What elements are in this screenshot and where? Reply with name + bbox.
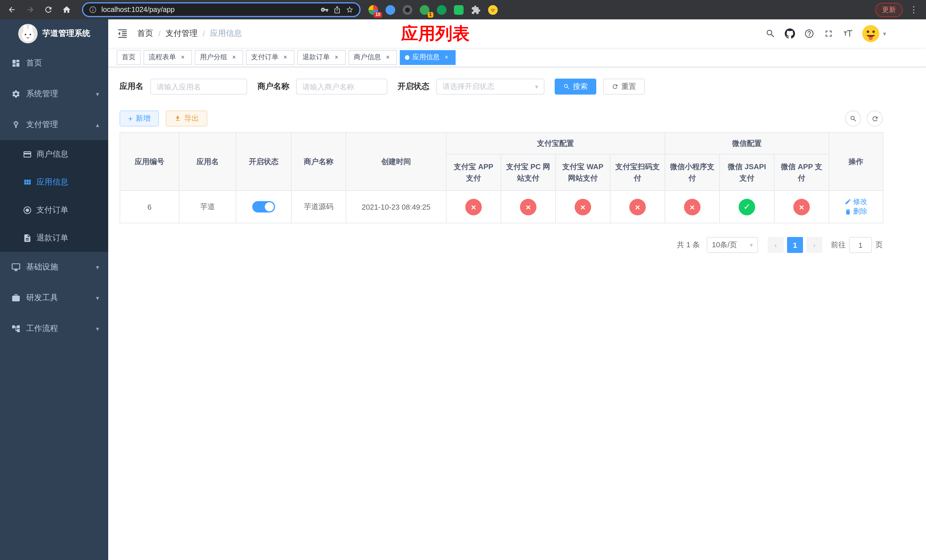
delete-button[interactable]: 删除 <box>844 207 867 216</box>
extension-icon[interactable] <box>437 5 446 15</box>
refresh-table-button[interactable] <box>867 110 883 127</box>
search-button[interactable]: 搜索 <box>555 79 596 95</box>
status-label: 开启状态 <box>398 82 430 92</box>
close-icon[interactable]: × <box>333 53 340 61</box>
tab-pay-order[interactable]: 支付订单 × <box>246 50 294 65</box>
breadcrumb-home[interactable]: 首页 <box>137 29 153 39</box>
breadcrumb-section[interactable]: 支付管理 <box>166 29 198 39</box>
site-info-icon[interactable] <box>89 6 97 14</box>
breadcrumb-current: 应用信息 <box>210 29 242 39</box>
next-page-button[interactable]: › <box>806 237 822 253</box>
fullscreen-icon[interactable] <box>824 29 834 39</box>
sidebar-item-dev-tools[interactable]: 研发工具 ▾ <box>0 283 108 313</box>
goto-page-input[interactable] <box>849 237 872 253</box>
help-icon[interactable] <box>804 29 815 39</box>
browser-update-button[interactable]: 更新 <box>875 3 903 17</box>
address-bar[interactable]: localhost:1024/pay/app <box>82 2 360 17</box>
main-area: 首页 / 支付管理 / 应用信息 应用列表 <box>108 20 926 560</box>
tab-merchant-info[interactable]: 商户信息 × <box>348 50 397 65</box>
sidebar-item-label: 商户信息 <box>36 149 68 159</box>
profile-avatar-icon[interactable] <box>488 5 498 15</box>
extension-icon[interactable]: 10 <box>368 5 378 15</box>
close-icon[interactable]: × <box>230 53 238 61</box>
search-icon <box>849 115 857 122</box>
status-toggle[interactable] <box>252 201 275 212</box>
user-avatar-menu[interactable]: ▾ <box>862 25 886 42</box>
password-key-icon[interactable] <box>321 6 328 14</box>
gear-icon <box>11 89 21 98</box>
group-header-alipay: 支付宝配置 <box>446 132 665 154</box>
github-icon[interactable] <box>785 29 795 39</box>
sidebar-item-home[interactable]: 首页 <box>0 48 108 79</box>
url-text[interactable]: localhost:1024/pay/app <box>101 6 174 14</box>
export-button[interactable]: 导出 <box>166 110 207 127</box>
sidebar-item-merchant-info[interactable]: 商户信息 <box>0 140 108 168</box>
edit-button[interactable]: 修改 <box>844 197 867 206</box>
browser-menu-icon[interactable]: ⋮ <box>906 5 921 15</box>
col-header-create-time: 创建时间 <box>346 132 446 191</box>
add-button[interactable]: + 新增 <box>120 110 159 127</box>
sidebar-logo[interactable]: 芋道管理系统 <box>0 20 108 48</box>
sidebar-item-pay-order[interactable]: 支付订单 <box>0 196 108 224</box>
sidebar-item-refund-order[interactable]: 退款订单 <box>0 224 108 252</box>
sidebar-menu: 首页 系统管理 ▾ 支付管理 ▴ 商户信息 <box>0 48 108 344</box>
tab-user-group[interactable]: 用户分组 × <box>195 50 243 65</box>
merchant-name-input[interactable] <box>296 79 387 95</box>
tags-view: 首页 流程表单 × 用户分组 × 支付订单 × <box>108 48 926 67</box>
extension-icon[interactable]: 1 <box>420 5 430 15</box>
page-number-button[interactable]: 1 <box>787 237 803 253</box>
show-search-button[interactable] <box>845 110 861 127</box>
close-icon[interactable]: × <box>281 53 289 61</box>
sidebar-item-label: 应用信息 <box>36 177 68 187</box>
chevron-down-icon: ▾ <box>883 30 886 37</box>
extension-icon[interactable] <box>454 5 464 15</box>
app-title: 芋道管理系统 <box>42 29 90 39</box>
close-icon[interactable]: × <box>384 53 392 61</box>
toolbox-icon <box>11 294 21 303</box>
sidebar-item-infrastructure[interactable]: 基础设施 ▾ <box>0 252 108 283</box>
tab-process-form[interactable]: 流程表单 × <box>144 50 192 65</box>
page-size-select[interactable]: 10条/页 ▾ <box>707 237 758 253</box>
close-icon[interactable]: × <box>179 53 187 61</box>
font-size-icon[interactable] <box>843 29 853 39</box>
reset-button[interactable]: 重置 <box>603 79 645 95</box>
reload-button[interactable] <box>41 2 56 17</box>
prev-page-button[interactable]: ‹ <box>768 237 784 253</box>
share-icon[interactable] <box>333 6 341 14</box>
back-button[interactable] <box>5 2 20 17</box>
tab-app-info[interactable]: 应用信息 × <box>400 50 455 65</box>
wechat-app-status-icon: × <box>793 198 810 215</box>
extension-icon[interactable] <box>386 5 395 15</box>
dashboard-icon <box>11 59 21 68</box>
active-tab-dot <box>405 55 410 59</box>
sidebar-item-payment[interactable]: 支付管理 ▴ <box>0 109 108 140</box>
cell-create-time: 2021-10-23 08:49:25 <box>346 191 446 223</box>
sidebar-item-system[interactable]: 系统管理 ▾ <box>0 79 108 109</box>
forward-button[interactable] <box>23 2 38 17</box>
chevron-down-icon: ▾ <box>96 294 99 302</box>
tab-home[interactable]: 首页 <box>117 50 141 65</box>
chevron-down-icon: ▾ <box>96 325 99 332</box>
extension-icon[interactable] <box>402 5 412 15</box>
tab-refund-order[interactable]: 退款订单 × <box>297 50 346 65</box>
breadcrumb: 首页 / 支付管理 / 应用信息 <box>137 29 242 39</box>
alipay-wap-status-icon: × <box>575 198 591 215</box>
cell-merchant: 芋道源码 <box>291 191 346 223</box>
sidebar-item-app-info[interactable]: 应用信息 <box>0 168 108 196</box>
hamburger-icon[interactable] <box>117 28 128 39</box>
tab-label: 用户分组 <box>200 52 227 62</box>
reload-icon <box>44 5 53 14</box>
cell-app-no: 6 <box>120 191 179 223</box>
bookmark-star-icon[interactable] <box>346 6 354 14</box>
order-circle-icon <box>23 205 32 215</box>
merchant-name-label: 商户名称 <box>257 82 289 92</box>
chevron-down-icon: ▾ <box>535 83 538 90</box>
close-icon[interactable]: × <box>442 53 451 61</box>
col-header-status: 开启状态 <box>236 132 291 191</box>
extensions-puzzle-icon[interactable] <box>471 5 481 15</box>
app-name-input[interactable] <box>150 79 247 95</box>
search-icon[interactable] <box>766 29 776 39</box>
sidebar-item-workflow[interactable]: 工作流程 ▾ <box>0 313 108 344</box>
home-button[interactable] <box>59 2 74 17</box>
status-select[interactable]: 请选择开启状态 ▾ <box>436 79 545 95</box>
